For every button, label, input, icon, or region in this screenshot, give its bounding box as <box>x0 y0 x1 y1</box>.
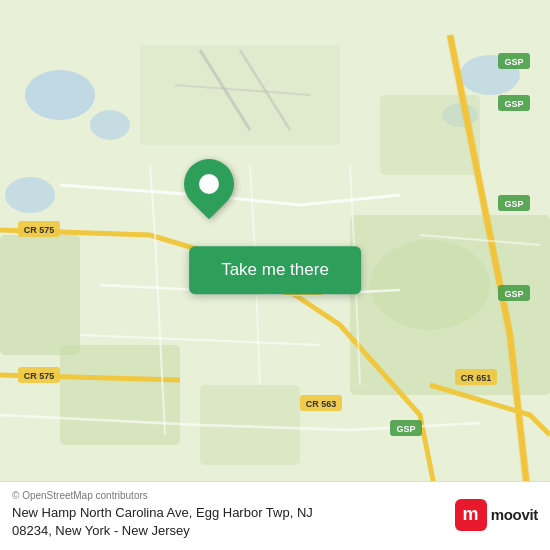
svg-text:CR 575: CR 575 <box>24 371 55 381</box>
svg-text:GSP: GSP <box>504 199 523 209</box>
take-me-there-button[interactable]: Take me there <box>189 246 361 294</box>
svg-text:CR 563: CR 563 <box>306 399 337 409</box>
attribution: © OpenStreetMap contributors <box>12 490 445 501</box>
moovit-text: moovit <box>491 506 538 523</box>
bottom-bar: © OpenStreetMap contributors New Hamp No… <box>0 481 550 550</box>
svg-text:GSP: GSP <box>504 57 523 67</box>
svg-text:GSP: GSP <box>504 289 523 299</box>
svg-point-3 <box>5 177 55 213</box>
address-line2: 08234, New York - New Jersey <box>12 523 190 538</box>
svg-rect-6 <box>0 235 80 355</box>
address-text: New Hamp North Carolina Ave, Egg Harbor … <box>12 504 445 540</box>
address-line1: New Hamp North Carolina Ave, Egg Harbor … <box>12 505 313 520</box>
moovit-logo: m moovit <box>455 499 538 531</box>
svg-text:CR 575: CR 575 <box>24 225 55 235</box>
svg-text:GSP: GSP <box>504 99 523 109</box>
map-container: CR 575 CR 575 CR 563 CR 563 CR 651 GSP G… <box>0 0 550 550</box>
svg-point-11 <box>370 240 490 330</box>
moovit-icon: m <box>455 499 487 531</box>
bottom-bar-left: © OpenStreetMap contributors New Hamp No… <box>12 490 445 540</box>
svg-point-1 <box>25 70 95 120</box>
location-pin <box>184 159 234 209</box>
svg-point-2 <box>90 110 130 140</box>
svg-text:CR 651: CR 651 <box>461 373 492 383</box>
svg-text:GSP: GSP <box>396 424 415 434</box>
